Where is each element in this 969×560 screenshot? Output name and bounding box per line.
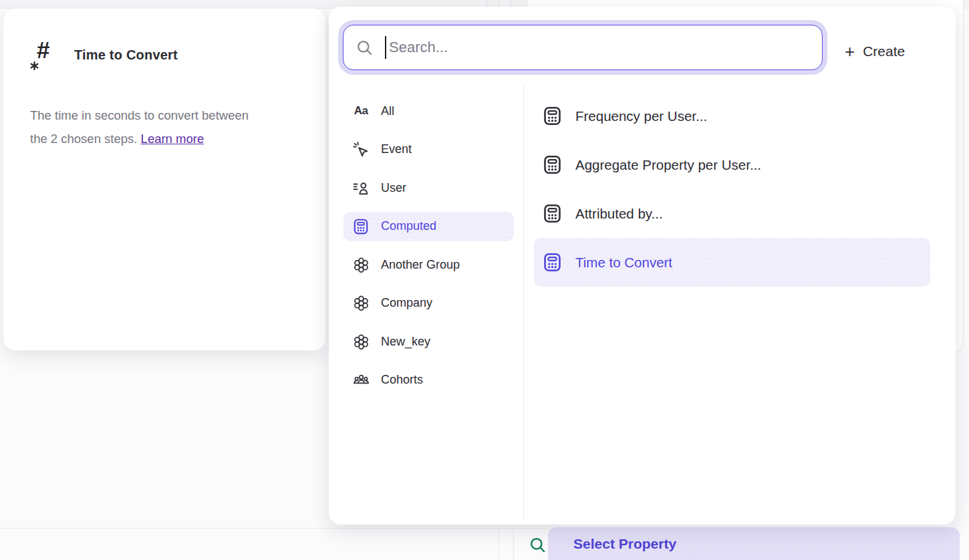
panel-divider: [523, 86, 524, 520]
category-item-all[interactable]: Aa All: [343, 96, 514, 126]
cohort-people-icon: [352, 372, 370, 389]
cursor-click-icon: [352, 141, 370, 158]
hash-asterisk-icon: #: [30, 37, 59, 74]
category-item-computed[interactable]: Computed: [343, 212, 514, 241]
create-button-label: Create: [863, 43, 905, 59]
category-list: Aa All Event: [343, 96, 514, 395]
text-caret: [385, 36, 386, 59]
property-picker-dropdown: +Create Aa All Event: [329, 7, 956, 525]
plus-icon: +: [845, 41, 855, 61]
result-item-attributed-by[interactable]: Attributed by...: [534, 189, 930, 238]
category-item-user[interactable]: User: [343, 173, 514, 202]
calculator-icon: [542, 106, 563, 126]
calculator-icon: [542, 154, 563, 175]
background-divider: [499, 528, 499, 560]
tooltip-description: The time in seconds to convert between t…: [30, 104, 297, 150]
group-cluster-icon: [352, 333, 370, 350]
background-divider: [513, 528, 514, 560]
property-tooltip-card: # Time to Convert The time in seconds to…: [3, 8, 326, 351]
calculator-icon: [542, 252, 563, 273]
calculator-icon: [542, 203, 563, 224]
category-item-cohorts[interactable]: Cohorts: [343, 366, 514, 395]
text-aa-icon: Aa: [352, 102, 370, 120]
learn-more-link[interactable]: Learn more: [141, 132, 204, 146]
results-list: Frequency per User... Aggregate Property…: [534, 92, 930, 287]
search-icon: [529, 536, 547, 554]
create-button[interactable]: +Create: [845, 37, 905, 66]
select-property-label[interactable]: Select Property: [573, 536, 676, 552]
search-input[interactable]: [343, 25, 823, 70]
group-cluster-icon: [352, 256, 370, 273]
category-item-company[interactable]: Company: [343, 289, 514, 318]
group-cluster-icon: [352, 295, 370, 312]
category-item-event[interactable]: Event: [343, 135, 514, 164]
result-item-frequency-per-user[interactable]: Frequency per User...: [534, 92, 930, 140]
result-item-aggregate-property-per-user[interactable]: Aggregate Property per User...: [534, 140, 930, 189]
result-item-time-to-convert[interactable]: Time to Convert: [534, 238, 930, 287]
tooltip-title: Time to Convert: [74, 47, 178, 63]
calculator-icon: [352, 218, 370, 235]
category-item-new-key[interactable]: New_key: [343, 327, 514, 356]
select-property-button[interactable]: Select Property: [525, 527, 960, 560]
background-divider: [0, 528, 549, 529]
category-item-another-group[interactable]: Another Group: [343, 250, 514, 279]
user-list-icon: [352, 179, 370, 196]
